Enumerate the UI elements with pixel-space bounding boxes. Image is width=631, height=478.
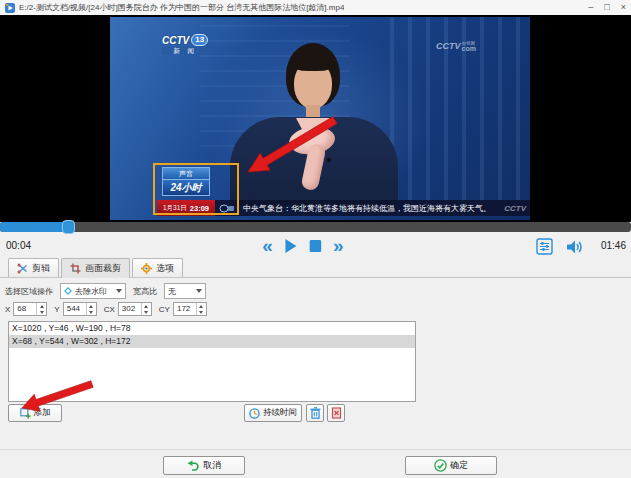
stop-icon — [310, 240, 322, 252]
x-value: 68 — [14, 303, 36, 315]
volume-icon — [566, 239, 583, 255]
cancel-label: 取消 — [203, 459, 221, 472]
cx-label: CX — [104, 305, 115, 314]
current-time: 00:04 — [6, 240, 31, 251]
y-field-group: Y 544 — [54, 302, 96, 316]
crop-icon — [70, 263, 81, 274]
video-letterbox: CCTV 13 新 闻 CCTV 央视网 com — [0, 15, 631, 222]
spin-down[interactable] — [142, 309, 151, 315]
close-button[interactable]: × — [621, 0, 626, 15]
cx-value: 302 — [119, 303, 141, 315]
spin-down[interactable] — [87, 309, 96, 315]
play-button[interactable] — [284, 238, 299, 254]
progress-fill — [0, 222, 69, 232]
effects-icon — [536, 238, 553, 255]
spin-down[interactable] — [197, 309, 206, 315]
cy-field[interactable]: 172 — [173, 302, 207, 316]
cancel-button[interactable]: 取消 — [163, 456, 245, 475]
stop-button[interactable] — [310, 240, 322, 252]
tab-options[interactable]: 选项 — [132, 258, 183, 277]
ok-button[interactable]: 确定 — [405, 456, 497, 475]
tab-clip-label: 剪辑 — [32, 262, 50, 275]
cut-icon — [17, 263, 28, 274]
total-time: 01:46 — [601, 240, 626, 251]
aspect-ratio-select[interactable]: 无 — [164, 283, 206, 299]
region-operation-value: 去除水印 — [75, 286, 107, 297]
tab-crop-label: 画面裁剪 — [85, 262, 121, 275]
app-icon — [5, 3, 15, 13]
region-operation-select[interactable]: 去除水印 — [60, 283, 126, 299]
red-arrow-annotation — [0, 370, 120, 428]
video-frame[interactable]: CCTV 13 新 闻 CCTV 央视网 com — [110, 17, 530, 220]
delete-region-button[interactable] — [306, 404, 324, 422]
seek-bar[interactable] — [0, 222, 631, 232]
ok-label: 确定 — [450, 459, 468, 472]
footer-divider — [0, 449, 631, 450]
coordinate-row: X 68 Y 544 CX 302 CY 172 — [5, 302, 207, 316]
title-bar: E:/2-测试文档/视频/[24小时]国务院台办 作为中国的一部分 台湾无其他国… — [0, 0, 631, 15]
cy-label: CY — [159, 305, 170, 314]
list-item[interactable]: X=1020 , Y=46 , W=190 , H=78 — [9, 322, 415, 335]
diamond-icon — [64, 287, 72, 295]
tab-bar: 剪辑 画面裁剪 选项 — [8, 258, 183, 278]
spin-down[interactable] — [37, 309, 46, 315]
trash-icon — [310, 407, 321, 419]
transport-bar: 00:04 « » — [0, 235, 631, 257]
maximize-button[interactable]: □ — [604, 0, 609, 15]
clear-all-button[interactable] — [327, 404, 345, 422]
volume-button[interactable] — [566, 239, 583, 255]
clear-all-icon — [331, 407, 342, 419]
chevron-down-icon — [196, 289, 202, 293]
red-arrow-annotation — [110, 17, 530, 220]
effects-button[interactable] — [536, 238, 553, 255]
minimize-button[interactable]: – — [588, 0, 593, 15]
x-field-group: X 68 — [5, 302, 47, 316]
tab-options-label: 选项 — [156, 262, 174, 275]
tab-crop[interactable]: 画面裁剪 — [61, 258, 130, 278]
rewind-button[interactable]: « — [262, 236, 273, 256]
y-value: 544 — [64, 303, 86, 315]
region-operation-label: 选择区域操作 — [5, 286, 53, 297]
app-window: E:/2-测试文档/视频/[24小时]国务院台办 作为中国的一部分 台湾无其他国… — [0, 0, 631, 478]
list-item[interactable]: X=68 , Y=544 , W=302 , H=172 — [9, 335, 415, 348]
cx-field[interactable]: 302 — [118, 302, 152, 316]
y-field[interactable]: 544 — [63, 302, 97, 316]
aspect-ratio-value: 无 — [168, 286, 176, 297]
cy-field-group: CY 172 — [159, 302, 207, 316]
x-field[interactable]: 68 — [13, 302, 47, 316]
region-operation-row: 选择区域操作 去除水印 宽高比 无 — [5, 283, 206, 299]
cx-field-group: CX 302 — [104, 302, 152, 316]
aspect-ratio-label: 宽高比 — [133, 286, 157, 297]
cy-value: 172 — [174, 303, 196, 315]
window-title: E:/2-测试文档/视频/[24小时]国务院台办 作为中国的一部分 台湾无其他国… — [19, 2, 344, 13]
clock-icon — [249, 408, 260, 419]
duration-label: 持续时间 — [263, 407, 297, 419]
y-label: Y — [54, 305, 59, 314]
play-icon — [284, 238, 299, 254]
check-circle-icon — [434, 459, 447, 472]
tab-clip[interactable]: 剪辑 — [8, 258, 59, 277]
gear-icon — [141, 263, 152, 274]
seek-handle[interactable] — [62, 220, 75, 234]
duration-button[interactable]: 持续时间 — [244, 404, 302, 422]
chevron-down-icon — [116, 289, 122, 293]
x-label: X — [5, 305, 10, 314]
undo-icon — [187, 460, 200, 471]
forward-button[interactable]: » — [333, 236, 344, 256]
